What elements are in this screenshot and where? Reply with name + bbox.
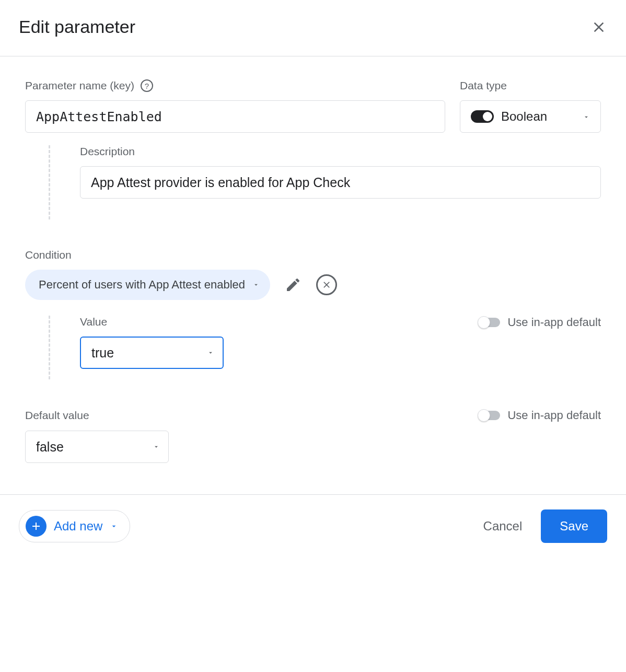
boolean-toggle-icon (471, 110, 494, 123)
add-new-button[interactable]: Add new (19, 510, 130, 542)
description-label: Description (80, 145, 601, 158)
condition-section: Condition Percent of users with App Atte… (25, 249, 601, 379)
default-inapp-toggle-row: Use in-app default (478, 409, 601, 422)
condition-row: Percent of users with App Attest enabled (25, 270, 601, 300)
save-button[interactable]: Save (541, 509, 607, 543)
default-row: Default value Use in-app default (25, 409, 601, 422)
data-type-select-inner: Boolean (471, 109, 547, 124)
remove-condition-button[interactable] (316, 274, 337, 295)
condition-value-select[interactable]: true (80, 337, 224, 369)
data-type-label: Data type (460, 79, 601, 92)
condition-value-section: Value true Use in-app default (49, 316, 601, 379)
param-name-input[interactable] (25, 100, 445, 133)
default-inapp-toggle[interactable] (478, 411, 500, 420)
default-value-label: Default value (25, 409, 89, 422)
close-button[interactable] (590, 19, 607, 36)
dialog-header: Edit parameter (0, 0, 626, 56)
default-value-text: false (36, 439, 64, 455)
footer-actions: Cancel Save (483, 509, 607, 543)
close-icon (321, 280, 332, 290)
default-value-select[interactable]: false (25, 431, 169, 463)
dialog-footer: Add new Cancel Save (0, 494, 626, 558)
dropdown-arrow-icon (207, 349, 214, 356)
close-icon (590, 19, 607, 36)
condition-inapp-label: Use in-app default (507, 316, 601, 329)
condition-value-text: true (91, 345, 114, 361)
add-new-label: Add new (54, 519, 102, 534)
dropdown-arrow-icon (110, 522, 118, 530)
plus-icon (30, 520, 42, 532)
param-name-column: Parameter name (key) ? (25, 79, 445, 133)
condition-label: Condition (25, 249, 601, 261)
condition-value-label: Value (80, 316, 224, 328)
dialog-content: Parameter name (key) ? Data type Boolean… (0, 56, 626, 494)
data-type-column: Data type Boolean (460, 79, 601, 133)
dropdown-arrow-icon (153, 443, 160, 450)
dropdown-arrow-icon (252, 281, 260, 288)
data-type-select[interactable]: Boolean (460, 100, 601, 133)
default-section: Default value Use in-app default false (25, 409, 601, 463)
condition-value-col: Value true (80, 316, 224, 369)
param-top-row: Parameter name (key) ? Data type Boolean (25, 79, 601, 133)
condition-inapp-toggle-row: Use in-app default (478, 316, 601, 329)
condition-chip-label: Percent of users with App Attest enabled (39, 278, 245, 292)
pencil-icon (285, 276, 302, 293)
condition-value-row: Value true Use in-app default (80, 316, 601, 369)
condition-inapp-toggle[interactable] (478, 318, 500, 327)
plus-circle-icon (26, 516, 47, 537)
edit-condition-button[interactable] (285, 276, 302, 293)
param-name-label: Parameter name (key) ? (25, 79, 445, 92)
dialog-title: Edit parameter (19, 17, 135, 37)
description-input[interactable] (80, 166, 601, 199)
param-name-label-text: Parameter name (key) (25, 79, 134, 92)
data-type-value: Boolean (501, 109, 547, 124)
default-inapp-label: Use in-app default (507, 409, 601, 422)
help-icon[interactable]: ? (141, 79, 153, 92)
description-section: Description (49, 145, 601, 219)
dropdown-arrow-icon (583, 109, 590, 124)
condition-chip[interactable]: Percent of users with App Attest enabled (25, 270, 270, 300)
cancel-button[interactable]: Cancel (483, 519, 523, 534)
